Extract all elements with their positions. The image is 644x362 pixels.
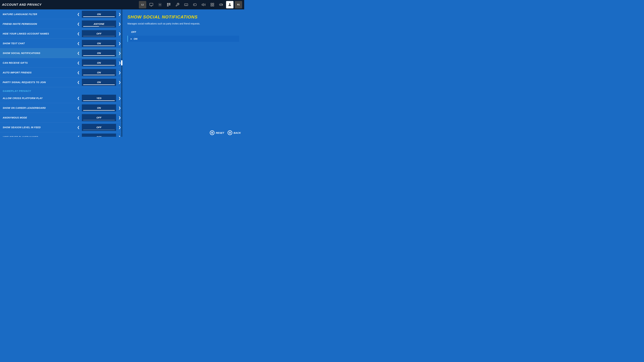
value-bar-fill-can-receive-gifts	[83, 65, 115, 65]
value-bar-anonymous-mode	[83, 120, 115, 120]
value-text-show-social-notifications: ON	[97, 52, 101, 54]
setting-label-party-signal: PARTY SIGNAL REQUESTS TO JOIN	[0, 81, 76, 84]
option-on-label: ON	[134, 37, 138, 40]
value-bar-show-social-notifications	[83, 55, 115, 56]
value-bar-party-signal	[83, 84, 115, 85]
setting-row-cross-platform: ALLOW CROSS PLATFORM PLAY ❮ YES ❯	[0, 93, 122, 103]
arrow-left-season-level[interactable]: ❮	[76, 124, 81, 130]
svg-point-14	[222, 4, 222, 4]
arrow-left-hide-linked[interactable]: ❮	[76, 31, 81, 37]
setting-row-auto-import-friends: AUTO IMPORT FRIENDS ❮ ON ❯	[0, 68, 122, 77]
svg-rect-0	[150, 3, 153, 5]
svg-rect-10	[213, 3, 214, 4]
setting-control-hide-other-players: ❮ OFF ❯	[76, 134, 122, 137]
value-bar-fill-friend-invite	[83, 26, 99, 27]
setting-row-friend-invite: FRIEND INVITE PERMISSION ❮ ANYONE ❯	[0, 19, 122, 29]
setting-row-party-signal: PARTY SIGNAL REQUESTS TO JOIN ❮ ON ❯	[0, 77, 122, 87]
gamepad2-icon[interactable]	[191, 1, 198, 8]
l1-button[interactable]: L1	[139, 1, 146, 8]
settings-list: MATURE LANGUAGE FILTER ❮ ON ❯ FRIEND INV…	[0, 9, 122, 137]
arrow-left-show-text-chat[interactable]: ❮	[76, 40, 81, 46]
value-box-party-signal: ON	[82, 79, 116, 86]
value-bar-auto-import-friends	[83, 75, 115, 75]
scrollbar[interactable]	[121, 9, 122, 137]
value-text-career-leaderboard: ON	[97, 106, 101, 109]
arrow-left-mature-language[interactable]: ❮	[76, 11, 81, 17]
arrow-left-career-leaderboard[interactable]: ❮	[76, 105, 81, 111]
svg-marker-8	[202, 3, 204, 6]
setting-label-can-receive-gifts: CAN RECEIVE GIFTS	[0, 61, 76, 64]
keyboard-icon[interactable]	[182, 1, 190, 8]
setting-control-mature-language: ❮ ON ❯	[76, 11, 122, 18]
setting-label-show-text-chat: SHOW TEXT CHAT	[0, 42, 76, 45]
value-box-mature-language: ON	[82, 11, 116, 18]
audio-icon[interactable]	[200, 1, 207, 8]
value-text-anonymous-mode: OFF	[96, 116, 102, 119]
top-navigation: ACCOUNT AND PRIVACY L1	[0, 0, 244, 9]
value-bar-cross-platform	[83, 100, 115, 101]
arrow-left-party-signal[interactable]: ❮	[76, 79, 81, 85]
setting-control-party-signal: ❮ ON ❯	[76, 79, 122, 86]
value-bar-fill-show-text-chat	[83, 45, 115, 46]
value-text-friend-invite: ANYONE	[94, 22, 104, 25]
grid-icon[interactable]	[209, 1, 216, 8]
arrow-left-friend-invite[interactable]: ❮	[76, 21, 81, 27]
value-bar-fill-party-signal	[83, 84, 115, 85]
setting-label-career-leaderboard: SHOW ON CAREER LEADERBOARD	[0, 107, 76, 109]
setting-control-can-receive-gifts: ❮ ON ❯	[76, 59, 122, 66]
gear-icon[interactable]	[156, 1, 164, 8]
option-off[interactable]: OFF	[128, 29, 239, 35]
arrow-left-show-social-notifications[interactable]: ❮	[76, 50, 81, 56]
stats-icon[interactable]	[165, 1, 172, 8]
arrow-left-anonymous-mode[interactable]: ❮	[76, 115, 81, 121]
r1-button[interactable]: R1	[235, 1, 242, 8]
setting-row-hide-other-players: HIDE OTHER PLAYER NAMES ❮ OFF ❯	[0, 132, 122, 137]
value-box-hide-other-players: OFF	[82, 134, 116, 137]
back-label: BACK	[234, 131, 241, 134]
arrow-left-hide-other-players[interactable]: ❮	[76, 134, 81, 137]
arrow-left-cross-platform[interactable]: ❮	[76, 95, 81, 101]
back-button[interactable]: BACK	[228, 130, 241, 135]
value-box-cross-platform: YES	[82, 95, 116, 102]
svg-rect-5	[169, 4, 170, 5]
value-box-can-receive-gifts: ON	[82, 59, 116, 66]
setting-row-show-text-chat: SHOW TEXT CHAT ❮ ON ❯	[0, 38, 122, 48]
option-on[interactable]: ► ON	[128, 36, 239, 42]
setting-label-auto-import-friends: AUTO IMPORT FRIENDS	[0, 71, 76, 74]
section-header-gameplay-privacy: GAMEPLAY PRIVACY	[0, 87, 122, 93]
page-title: ACCOUNT AND PRIVACY	[2, 3, 42, 6]
description-title: SHOW SOCIAL NOTIFICATIONS	[128, 14, 239, 19]
controller-icon[interactable]	[217, 1, 225, 8]
scrollbar-thumb[interactable]	[121, 60, 122, 65]
svg-point-15	[222, 5, 222, 5]
bottom-bar: RESET BACK	[206, 129, 244, 137]
svg-rect-7	[184, 4, 188, 6]
value-bar-career-leaderboard	[83, 110, 115, 111]
value-text-party-signal: ON	[97, 81, 101, 84]
person-icon[interactable]	[226, 1, 234, 8]
arrow-left-auto-import-friends[interactable]: ❮	[76, 69, 81, 76]
setting-row-hide-linked: HIDE YOUR LINKED ACCOUNT NAMES ❮ OFF ❯	[0, 29, 122, 38]
setting-label-hide-linked: HIDE YOUR LINKED ACCOUNT NAMES	[0, 32, 76, 35]
value-bar-show-text-chat	[83, 45, 115, 46]
setting-row-mature-language: MATURE LANGUAGE FILTER ❮ ON ❯	[0, 9, 122, 19]
setting-label-show-social-notifications: SHOW SOCIAL NOTIFICATIONS	[0, 52, 76, 54]
value-bar-fill-show-social-notifications	[83, 55, 115, 56]
arrow-left-can-receive-gifts[interactable]: ❮	[76, 60, 81, 66]
setting-row-show-social-notifications[interactable]: SHOW SOCIAL NOTIFICATIONS ❮ ON ❯	[0, 48, 122, 58]
section-title-gameplay-privacy: GAMEPLAY PRIVACY	[3, 89, 31, 92]
setting-label-anonymous-mode: ANONYMOUS MODE	[0, 116, 76, 119]
setting-label-hide-other-players: HIDE OTHER PLAYER NAMES	[0, 136, 76, 137]
setting-control-season-level: ❮ OFF ❯	[76, 124, 122, 131]
setting-label-cross-platform: ALLOW CROSS PLATFORM PLAY	[0, 97, 76, 99]
wrench-icon[interactable]	[174, 1, 181, 8]
value-bar-fill-auto-import-friends	[83, 75, 115, 75]
monitor-icon[interactable]	[148, 1, 155, 8]
value-bar-fill-cross-platform	[83, 100, 115, 101]
main-content: MATURE LANGUAGE FILTER ❮ ON ❯ FRIEND INV…	[0, 9, 244, 137]
value-text-mature-language: ON	[97, 13, 101, 15]
value-box-show-social-notifications: ON	[82, 50, 116, 57]
svg-rect-11	[211, 5, 212, 6]
reset-button[interactable]: RESET	[210, 130, 224, 135]
value-text-auto-import-friends: ON	[97, 71, 101, 74]
